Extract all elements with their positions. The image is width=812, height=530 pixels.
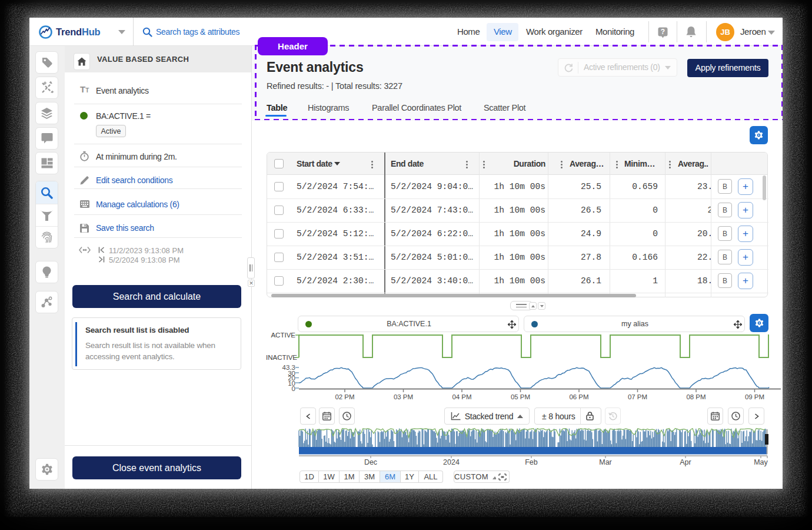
svg-text:?: ? [661,28,665,36]
